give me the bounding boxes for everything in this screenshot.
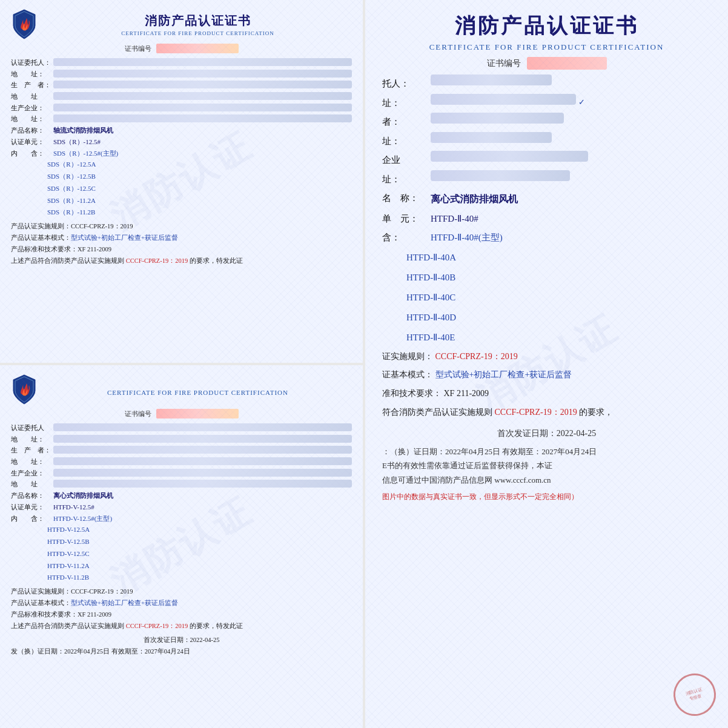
field-label: 地 址 <box>11 91 53 102</box>
model-main: HTFD-Ⅱ-40#(主型) <box>431 228 503 248</box>
large-cert-title-en: CERTIFICATE FOR FIRE PRODUCT CERTIFICATI… <box>382 42 711 52</box>
cert-title-en: CERTIFICATE FOR FIRE PRODUCT CERTIFICATI… <box>44 30 352 36</box>
large-field-content: 含： HTFD-Ⅱ-40#(主型) <box>382 228 711 248</box>
model-item: HTFD-V-11.2B <box>47 572 352 584</box>
large-cert-number-label: 证书编号 <box>487 58 521 69</box>
cert-header: CERTIFICATE FOR FIRE PRODUCT CERTIFICATI… <box>11 374 352 405</box>
field-value-blurred <box>53 480 352 488</box>
field-label: 地 址： <box>11 456 53 468</box>
field-row-qiye: 生产企业： <box>11 102 352 114</box>
model-item: HTFD-Ⅱ-40B <box>406 268 711 288</box>
stamp-text: 消防认证专用章 <box>685 687 704 703</box>
field-value-blurred <box>53 58 352 66</box>
field-value-blurred <box>53 457 352 465</box>
rule-item: 证实施规则： CCCF-CPRZ-19：2019 <box>382 348 711 366</box>
mode-value: 型式试验+初始工厂检查+获证后监督 <box>435 370 572 379</box>
cert-bottom-left: 消防认证 CERTIFICATE FOR FIRE PRODUCT CERTIF… <box>0 365 363 728</box>
model-item: SDS（R）-12.5B <box>47 171 352 183</box>
cert-rules: 产品认证实施规则：CCCF-CPRZ-19：2019 产品认证基本模式：型式试验… <box>11 221 352 267</box>
rule-label: 证基本模式： <box>382 370 433 379</box>
field-label: 认证委托人： <box>11 57 53 68</box>
compliance-text: 上述产品符合消防类产品认证实施规则 CCCF-CPRZ-19：2019 的要求，… <box>11 256 352 267</box>
check-icon: ✓ <box>578 94 585 110</box>
field-row-dizhi1: 地 址： <box>11 434 352 445</box>
rule-item: 产品标准和技术要求：XF 211-2009 <box>11 609 352 621</box>
cert-title-zh: 消防产品认证证书 <box>44 13 352 29</box>
renew-date: 发（换）证日期：2022年04月25日 有效期至：2027年04月24日 <box>11 646 352 658</box>
rule-item: 产品认证基本模式：型式试验+初始工厂检查+获证后监督 <box>11 233 352 244</box>
field-row-dizhi2: 地 址： <box>11 456 352 468</box>
cert-fields: 认证委托人 地 址： 生 产 者： 地 址： 生产企业： 地 址 <box>11 422 352 524</box>
field-label: 址： <box>382 170 431 190</box>
compliance-text: 上述产品符合消防类产品认证实施规则 CCCF-CPRZ-19：2019 的要求，… <box>11 621 352 632</box>
field-row-dizhi1: 地 址： <box>11 68 352 80</box>
field-value-blurred <box>53 92 352 100</box>
field-value-blurred <box>431 151 588 162</box>
field-row-product: 产品名称： 离心式消防排烟风机 <box>11 490 352 501</box>
field-label: 生 产 者： <box>11 445 53 456</box>
model-item: SDS（R）-12.5A <box>47 159 352 171</box>
model-item: HTFD-V-12.5C <box>47 548 352 560</box>
cert-right-large: 消防认证 消防产品认证证书 CERTIFICATE FOR FIRE PRODU… <box>365 0 728 728</box>
field-label: 认证委托人 <box>11 422 53 434</box>
large-field-qiye: 企业 <box>382 151 711 170</box>
stamp-circle: 消防认证专用章 <box>669 669 721 721</box>
highlight-text: CCCF-CPRZ-19：2019 <box>126 257 188 264</box>
cert-number-label: 证书编号 <box>125 409 151 419</box>
mode-text: 型式试验+初始工厂检查+获证后监督 <box>71 600 178 606</box>
large-cert-rules: 证实施规则： CCCF-CPRZ-19：2019 证基本模式： 型式试验+初始工… <box>382 348 711 422</box>
cert-number-row: 证书编号 <box>11 44 352 53</box>
cert-number-label: 证书编号 <box>125 44 151 53</box>
large-cert-number-value <box>527 57 607 70</box>
compliance-text: 符合消防类产品认证实施规则 CCCF-CPRZ-19：2019 的要求， <box>382 403 711 422</box>
field-label: 名 称： <box>382 189 431 208</box>
rule-item: 证基本模式： 型式试验+初始工厂检查+获证后监督 <box>382 366 711 385</box>
cert-title-block: CERTIFICATE FOR FIRE PRODUCT CERTIFICATI… <box>44 383 352 396</box>
shield-logo-icon <box>11 374 38 405</box>
first-issue-date: 首次发证日期：2022-04-25 <box>11 635 352 646</box>
renew-date: ：（换）证日期：2022年04月25日 有效期至：2027年04月24日 <box>382 445 711 458</box>
highlight-text: CCCF-CPRZ-19：2019 <box>495 408 577 417</box>
field-value-blurred <box>53 469 352 477</box>
large-field-product: 名 称： 离心式消防排烟风机 <box>382 189 711 210</box>
rule-item: 产品标准和技术要求：XF 211-2009 <box>11 244 352 256</box>
large-field-dizhi1: 址： ✓ <box>382 94 711 113</box>
image-note: 图片中的数据与真实证书一致，但显示形式不一定完全相同） <box>382 491 711 504</box>
field-row-qiye: 生产企业： <box>11 468 352 479</box>
field-value-blurred <box>53 446 352 454</box>
model-item: SDS（R）-11.2A <box>47 195 352 207</box>
cert-title-en: CERTIFICATE FOR FIRE PRODUCT CERTIFICATI… <box>44 389 352 396</box>
model-item: HTFD-V-12.5A <box>47 524 352 536</box>
large-field-weituoren: 托人： <box>382 74 711 94</box>
model-item: HTFD-Ⅱ-40A <box>406 248 711 268</box>
rule-label: 证实施规则： <box>382 352 433 361</box>
field-row-dizhi3: 地 址： <box>11 113 352 125</box>
field-row-unit: 认证单元： SDS（R）-12.5# <box>11 136 352 148</box>
field-row-dizhi3: 地 址 <box>11 478 352 490</box>
field-label: 托人： <box>382 74 431 94</box>
validity-note: E书的有效性需依靠通过证后监督获得保持，本证 <box>382 458 711 472</box>
field-value-blurred <box>431 113 564 124</box>
field-value-blurred <box>53 81 352 88</box>
model-main: HTFD-V-12.5#(主型) <box>53 513 112 524</box>
field-label: 企业 <box>382 151 431 170</box>
highlight-text: CCCF-CPRZ-19：2019 <box>126 623 188 629</box>
product-name: 离心式消防排烟风机 <box>53 490 113 501</box>
field-row-dizhi2: 地 址 <box>11 91 352 102</box>
field-label: 生产企业： <box>11 468 53 479</box>
large-cert-footer: 首次发证日期：2022-04-25 ：（换）证日期：2022年04月25日 有效… <box>382 426 711 504</box>
field-value-blurred <box>431 94 576 105</box>
field-value-blurred <box>431 132 552 143</box>
field-label: 含： <box>382 228 431 248</box>
info-note: 信息可通过中国消防产品信息网 www.cccf.com.cn <box>382 473 711 487</box>
large-field-dizhi3: 址： <box>382 170 711 190</box>
rule-item: 产品认证实施规则：CCCF-CPRZ-19：2019 <box>11 221 352 233</box>
large-cert-fields: 托人： 址： ✓ 者： 址： 企业 址： 名 称： 离心式消防排烟风机 <box>382 74 711 248</box>
cert-unit: HTFD-V-12.5# <box>53 501 94 513</box>
field-label: 者： <box>382 113 431 132</box>
model-item: HTFD-Ⅱ-40E <box>406 328 711 348</box>
rule-item: 准和技术要求： XF 211-2009 <box>382 385 711 403</box>
rule-label: 准和技术要求： <box>382 389 442 398</box>
field-row-content: 内 含： HTFD-V-12.5#(主型) <box>11 513 352 524</box>
model-main: SDS（R）-12.5#(主型) <box>53 148 118 159</box>
